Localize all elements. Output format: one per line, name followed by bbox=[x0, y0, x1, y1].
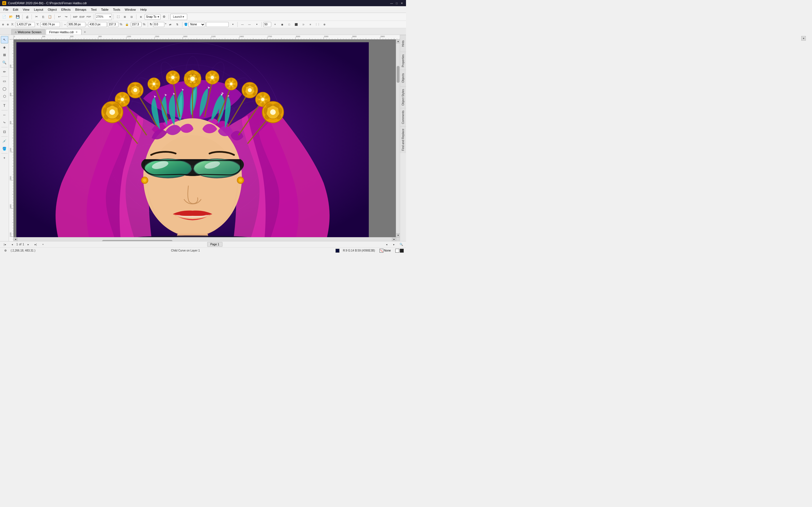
canvas-scroll-area[interactable]: ◂ ▸ ▴ ▾ bbox=[13, 40, 400, 241]
scroll-down-btn[interactable]: ▾ bbox=[396, 233, 400, 237]
paint-bucket-tool[interactable]: 🪣 bbox=[1, 145, 8, 152]
ellipse-tool[interactable]: ◯ bbox=[1, 85, 8, 93]
redo-button[interactable]: ↪ bbox=[63, 14, 69, 20]
blend-tool[interactable]: ⊡ bbox=[1, 128, 8, 135]
page-next-btn[interactable]: ▸ bbox=[25, 241, 31, 247]
panel-hints[interactable]: Hints bbox=[400, 35, 406, 52]
export-button[interactable]: EXP bbox=[79, 14, 85, 20]
crop-tool[interactable]: ⊠ bbox=[1, 51, 8, 59]
scale-x-input[interactable] bbox=[108, 22, 118, 27]
outline-square-btn[interactable]: □ bbox=[286, 21, 292, 27]
freehand-tool[interactable]: ✏ bbox=[1, 68, 8, 75]
outline-adv-btn[interactable]: ⊕ bbox=[321, 21, 327, 27]
menu-object[interactable]: Object bbox=[45, 7, 59, 12]
fill-select[interactable]: None bbox=[188, 22, 205, 27]
line-weight-btn[interactable]: — bbox=[246, 21, 253, 27]
paste-button[interactable]: 📋 bbox=[47, 14, 53, 20]
scroll-up-btn[interactable]: ▴ bbox=[396, 40, 400, 43]
page-last-btn[interactable]: ▸| bbox=[33, 241, 39, 247]
lock-aspect-btn[interactable]: 🔒 bbox=[124, 21, 130, 27]
close-button[interactable]: ✕ bbox=[400, 1, 404, 5]
line-dropdown-btn[interactable] bbox=[253, 21, 260, 27]
scroll-left-btn[interactable]: ◂ bbox=[13, 237, 17, 241]
connector-tool[interactable]: ⤷ bbox=[1, 119, 8, 126]
maximize-button[interactable]: □ bbox=[395, 1, 399, 5]
new-button[interactable]: 📄 bbox=[1, 14, 7, 20]
publish-pdf-button[interactable]: PDF bbox=[86, 14, 92, 20]
outline-width-input[interactable] bbox=[263, 22, 271, 27]
panel-objects[interactable]: Objects bbox=[400, 69, 406, 87]
eyedropper-tool[interactable]: 💉 bbox=[1, 137, 8, 145]
scroll-right-btn[interactable]: ▸ bbox=[392, 237, 396, 241]
outline-shape-btn[interactable]: ◉ bbox=[279, 21, 285, 27]
tab-close-icon[interactable]: ✕ bbox=[75, 31, 78, 34]
tab-welcome[interactable]: ⌂ Welcome Screen bbox=[11, 29, 45, 35]
outline-nodes-btn[interactable]: ⋮⋮ bbox=[314, 21, 320, 27]
v-scrollbar-thumb[interactable] bbox=[397, 66, 400, 83]
outline-rect-btn[interactable]: ⬛ bbox=[293, 21, 299, 27]
add-page-btn[interactable]: + bbox=[40, 241, 46, 247]
y-input[interactable] bbox=[40, 22, 60, 27]
flip-v-btn[interactable]: ⇅ bbox=[174, 21, 181, 27]
line-style-btn[interactable]: — bbox=[239, 21, 246, 27]
undo-button[interactable]: ↩ bbox=[56, 14, 62, 20]
save-button[interactable]: 💾 bbox=[15, 14, 21, 20]
open-button[interactable]: 📂 bbox=[8, 14, 14, 20]
grid-btn[interactable]: ⊞ bbox=[122, 14, 128, 20]
page-prev-btn[interactable]: ◂ bbox=[9, 241, 15, 247]
plus-tool[interactable]: + bbox=[1, 154, 8, 162]
zoom-icon-btn[interactable]: 🔍 bbox=[398, 241, 404, 247]
h-scrollbar-thumb[interactable] bbox=[102, 240, 172, 241]
h-input[interactable] bbox=[89, 22, 107, 27]
menu-help[interactable]: Help bbox=[138, 7, 149, 12]
page-first-btn[interactable]: |◂ bbox=[2, 241, 8, 247]
flip-h-btn[interactable]: ⇄ bbox=[167, 21, 173, 27]
angle-input[interactable] bbox=[153, 22, 164, 27]
page-scroll-right[interactable]: ▸ bbox=[391, 241, 397, 247]
pointer-tool[interactable]: ↖ bbox=[1, 36, 8, 43]
menu-text[interactable]: Text bbox=[89, 7, 99, 12]
panel-object-styles[interactable]: Object Styles bbox=[400, 87, 406, 108]
minimize-button[interactable]: — bbox=[390, 1, 394, 5]
text-tool[interactable]: T bbox=[1, 102, 8, 109]
panel-comments[interactable]: Comments bbox=[400, 108, 406, 126]
cut-button[interactable]: ✂ bbox=[33, 14, 40, 20]
fill-dropdown-btn[interactable] bbox=[230, 21, 236, 27]
node-tool[interactable]: ◈ bbox=[1, 44, 8, 51]
zoom-tool[interactable]: 🔍 bbox=[1, 59, 8, 66]
options-btn[interactable]: ⚙ bbox=[161, 14, 167, 20]
scale-y-input[interactable] bbox=[131, 22, 142, 27]
outline-grow-btn[interactable]: + bbox=[272, 21, 278, 27]
launch-btn[interactable]: Launch ▾ bbox=[170, 14, 187, 20]
view-btn[interactable]: ⊟ bbox=[129, 14, 135, 20]
menu-view[interactable]: View bbox=[20, 7, 32, 12]
copy-button[interactable]: ⎘ bbox=[40, 14, 46, 20]
page-scroll-left[interactable]: ◂ bbox=[384, 241, 390, 247]
menu-bitmaps[interactable]: Bitmaps bbox=[73, 7, 89, 12]
polygon-tool[interactable]: ⬡ bbox=[1, 93, 8, 100]
menu-effects[interactable]: Effects bbox=[59, 7, 73, 12]
menu-tools[interactable]: Tools bbox=[111, 7, 123, 12]
snap-to-select[interactable]: Snap To ▾ bbox=[145, 14, 160, 20]
rectangle-tool[interactable]: ▭ bbox=[1, 77, 8, 85]
fill-color-input[interactable] bbox=[206, 22, 229, 27]
x-input[interactable] bbox=[15, 22, 35, 27]
tab-add-button[interactable]: + bbox=[82, 29, 88, 35]
full-screen-btn[interactable]: ⛶ bbox=[115, 14, 121, 20]
print-button[interactable]: 🖨 bbox=[24, 14, 30, 20]
tab-firman[interactable]: Firman Hatibu.cdr ✕ bbox=[46, 29, 82, 35]
scrollbar-h[interactable]: ◂ ▸ bbox=[13, 237, 396, 241]
panel-find-replace[interactable]: Find and Replace bbox=[400, 126, 406, 153]
panel-properties[interactable]: Properties bbox=[400, 52, 406, 69]
menu-table[interactable]: Table bbox=[99, 7, 111, 12]
dimension-tool[interactable]: ↔ bbox=[1, 111, 8, 119]
snap-btn[interactable]: ⊕ bbox=[138, 14, 144, 20]
zoom-level-dropdown[interactable]: 276% ▾ bbox=[95, 14, 112, 20]
page-tab-1[interactable]: Page 1 bbox=[207, 242, 222, 247]
outline-round-btn[interactable]: ⊃ bbox=[300, 21, 306, 27]
menu-layout[interactable]: Layout bbox=[32, 7, 45, 12]
status-tool-icon[interactable]: ⚙ bbox=[2, 247, 8, 254]
menu-edit[interactable]: Edit bbox=[11, 7, 20, 12]
menu-file[interactable]: File bbox=[1, 7, 11, 12]
w-input[interactable] bbox=[67, 22, 86, 27]
